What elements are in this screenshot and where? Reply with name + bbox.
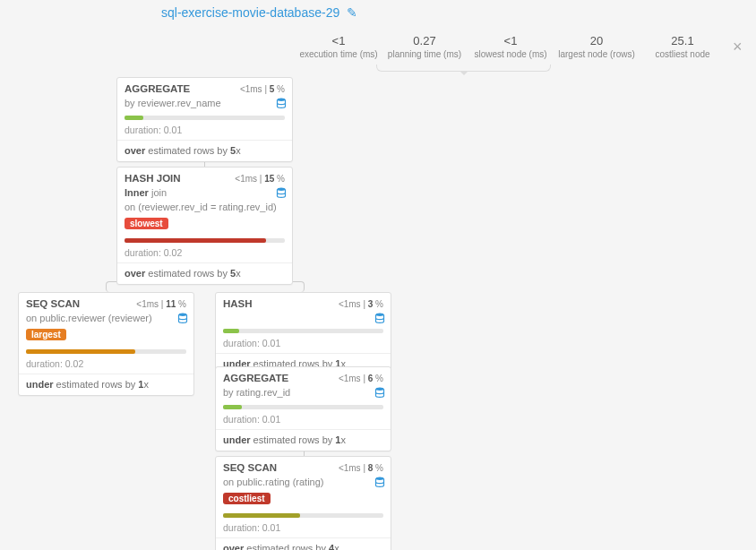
node-meta: <1ms | 15 % [235,174,285,184]
node-hash[interactable]: HASH<1ms | 3 % duration: 0.01 under esti… [215,292,391,375]
stats-tab-indicator [376,64,551,72]
node-title: AGGREGATE [125,83,190,94]
node-meta: <1ms | 6 % [339,374,383,383]
stat-cost: 25.1costliest node [640,34,726,60]
pencil-icon[interactable]: ✎ [347,5,357,20]
database-icon [276,187,287,198]
node-duration: duration: 0.02 [117,245,292,262]
node-duration: duration: 0.01 [216,335,391,353]
node-aggregate-reviewer[interactable]: AGGREGATE<1ms | 5 % by reviewer.rev_name… [116,77,293,162]
node-bar [223,405,383,409]
node-title: AGGREGATE [223,373,288,383]
node-aggregate-rating[interactable]: AGGREGATE<1ms | 6 % by rating.rev_id dur… [215,366,391,451]
node-bar [223,513,383,518]
node-title: HASH [223,298,253,309]
node-sub: by rating.rev_id [223,387,290,398]
node-seqscan-rating[interactable]: SEQ SCAN<1ms | 8 % on public.rating (rat… [215,456,391,550]
node-estimate: over estimated rows by 5x [117,263,292,284]
node-title: SEQ SCAN [223,462,277,473]
node-bar [26,349,186,354]
stat-exec: <1execution time (ms) [296,34,382,60]
node-title: HASH JOIN [125,173,181,184]
node-on: on (reviewer.rev_id = rating.rev_id) [125,202,277,212]
node-bar [223,329,383,333]
database-icon [374,387,385,398]
database-icon [276,98,287,108]
node-estimate: under estimated rows by 1x [19,374,193,395]
badge-costliest: costliest [223,493,271,504]
plan-title[interactable]: sql-exercise-movie-database-29 [161,5,339,20]
node-meta: <1ms | 5 % [240,84,285,94]
node-sub: on public.rating (rating) [223,477,324,487]
node-meta: <1ms | 11 % [136,299,186,309]
database-icon [374,477,385,487]
node-duration: duration: 0.02 [19,356,193,374]
stat-large: 20largest node (rows) [554,34,640,60]
node-bar [125,238,285,243]
stat-plan: 0.27planning time (ms) [382,34,468,60]
node-duration: duration: 0.01 [216,520,391,537]
badge-largest: largest [26,329,66,340]
node-sub: by reviewer.rev_name [125,98,221,108]
stat-slow: <1slowest node (ms) [468,34,554,60]
close-icon[interactable]: × [726,34,750,60]
node-meta: <1ms | 3 % [339,299,383,309]
node-seqscan-reviewer[interactable]: SEQ SCAN<1ms | 11 % on public.reviewer (… [18,292,194,396]
database-icon [177,313,188,323]
database-icon [374,313,385,323]
node-estimate: over estimated rows by 5x [117,141,292,161]
node-estimate: under estimated rows by 1x [216,430,391,451]
node-meta: <1ms | 8 % [339,463,383,473]
node-bar [125,116,285,120]
node-estimate: over estimated rows by 4x [216,538,391,550]
node-title: SEQ SCAN [26,298,80,309]
badge-slowest: slowest [125,218,168,229]
node-duration: duration: 0.01 [117,122,292,140]
node-hash-join[interactable]: HASH JOIN<1ms | 15 % Inner join on (revi… [116,167,293,285]
node-duration: duration: 0.01 [216,411,391,429]
node-sub: on public.reviewer (reviewer) [26,313,152,323]
